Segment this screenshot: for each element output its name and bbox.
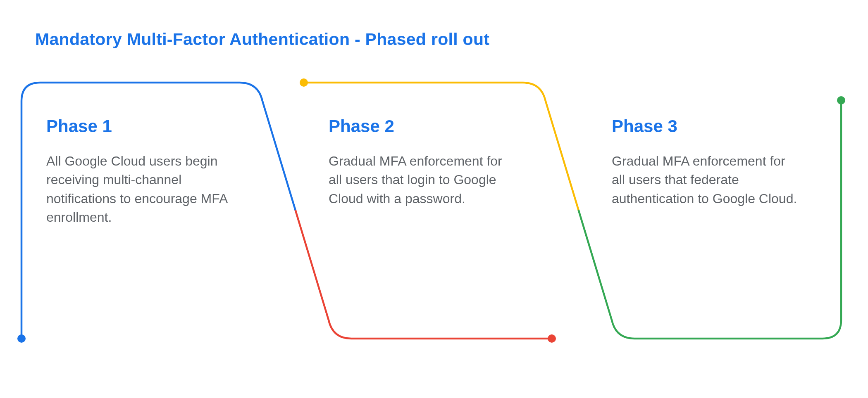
phase-1-frame-bottom (296, 211, 556, 343)
phase-1-block: Phase 1 All Google Cloud users begin rec… (46, 116, 236, 227)
phase-3-body: Gradual MFA enforcement for all users th… (612, 152, 802, 208)
phase-1-body: All Google Cloud users begin receiving m… (46, 152, 236, 227)
phase-2-body: Gradual MFA enforcement for all users th… (329, 152, 519, 208)
svg-point-1 (300, 78, 308, 87)
page-title: Mandatory Multi-Factor Authentication - … (35, 30, 489, 49)
phase-3-block: Phase 3 Gradual MFA enforcement for all … (612, 116, 802, 208)
phase-2-title: Phase 2 (329, 116, 519, 136)
svg-point-2 (548, 334, 556, 343)
svg-point-0 (17, 334, 26, 343)
phase-2-block: Phase 2 Gradual MFA enforcement for all … (329, 116, 519, 208)
phase-1-title: Phase 1 (46, 116, 236, 136)
svg-point-3 (837, 96, 845, 104)
phase-3-title: Phase 3 (612, 116, 802, 136)
diagram-root: Mandatory Multi-Factor Authentication - … (0, 0, 868, 398)
